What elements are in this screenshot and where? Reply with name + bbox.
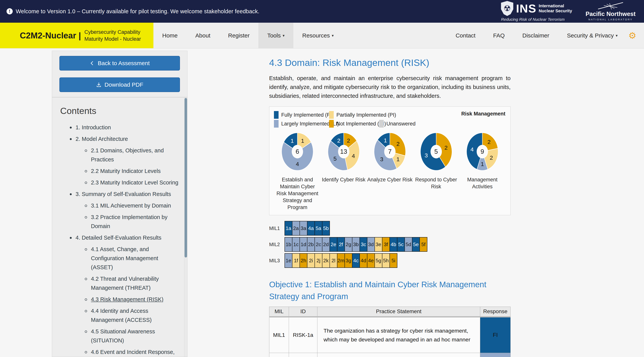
back-to-assessment-button[interactable]: Back to Assessment: [60, 56, 180, 70]
mil-cell-5g[interactable]: 5g: [374, 253, 382, 268]
mil-cell-4c[interactable]: 4c: [352, 253, 360, 268]
mil-cell-3f[interactable]: 3f: [382, 237, 390, 252]
main-header: C2M2-Nuclear | Cybersecurity Capability …: [0, 23, 644, 48]
contents-item-4-5-situational-awareness-sit[interactable]: 4.5 Situational Awareness (SITUATION): [52, 327, 185, 345]
nav-item-contact[interactable]: Contact: [447, 23, 484, 48]
mil-cell-3a[interactable]: 3a: [300, 221, 308, 236]
contents-item-4-3-risk-management-risk[interactable]: 4.3 Risk Management (RISK): [52, 295, 185, 304]
donut-segment-value-fi: 1: [384, 137, 387, 144]
contents-scrollbar[interactable]: [184, 97, 187, 357]
nav-item-faq[interactable]: FAQ: [484, 23, 514, 48]
mil-cell-5f[interactable]: 5f: [420, 237, 427, 252]
donut-total: 9: [480, 148, 484, 155]
nav-item-about[interactable]: About: [186, 23, 219, 48]
contents-item-4-4-identity-and-access-manage[interactable]: 4.4 Identity and Access Management (ACCE…: [52, 307, 185, 325]
mil-cell-5a[interactable]: 5a: [314, 221, 322, 236]
donut-segment-value-li: 4: [296, 161, 299, 167]
mil-cell-2k[interactable]: 2k: [322, 253, 330, 268]
mil-cell-4e[interactable]: 4e: [367, 253, 375, 268]
nav-item-label: Resources: [302, 32, 330, 39]
mil-cell-5e[interactable]: 5e: [412, 237, 420, 252]
contents-item-2-2-maturity-indicator-levels[interactable]: 2.2 Maturity Indicator Levels: [52, 167, 185, 176]
mil-cell-2e[interactable]: 2e: [330, 237, 338, 252]
nav-item-resources[interactable]: Resources▾: [293, 23, 342, 48]
contents-item-2-model-architecture[interactable]: 2. Model Architecture: [52, 134, 187, 144]
mil-row-mil3: MIL31e1f2h2i2j2k2l2m3g4c4d4e5g5h5i: [269, 253, 510, 268]
mil-cell-3g[interactable]: 3g: [344, 253, 352, 268]
ins-logo: ☢ INS International Nuclear Security Red…: [501, 1, 572, 22]
mil-cell-2c[interactable]: 2c: [314, 237, 322, 252]
mil-cell-2g[interactable]: 2g: [344, 237, 352, 252]
top-banner: ! Welcome to Version 1.0 – Currently ava…: [0, 0, 644, 23]
contents-item-3-1-mil-achievement-by-domain[interactable]: 3.1 MIL Achievement by Domain: [52, 201, 185, 210]
contents-item-2-1-domains-objectives-and-p[interactable]: 2.1 Domains, Objectives, and Practices: [52, 146, 185, 164]
donut-svg-area: 22149: [466, 133, 498, 170]
mil-row-label: MIL3: [269, 258, 284, 263]
mil-cell-3e[interactable]: 3e: [374, 237, 382, 252]
contents-item-4-1-asset-change-and-configu[interactable]: 4.1 Asset, Change, and Configuration Man…: [52, 245, 185, 272]
mil-cell-5b[interactable]: 5b: [322, 221, 330, 236]
mil-cell-5c[interactable]: 5c: [397, 237, 405, 252]
donut-segment-value-fi: 2: [337, 137, 340, 144]
nav-item-home[interactable]: Home: [154, 23, 186, 48]
mil-cell-1a[interactable]: 1a: [284, 221, 292, 236]
mil-cell-2f[interactable]: 2f: [337, 237, 345, 252]
cell-response-fi[interactable]: FI: [480, 317, 510, 353]
contents-scrollbar-thumb[interactable]: [184, 98, 187, 258]
contents-item-3-2-practice-implementation-by[interactable]: 3.2 Practice Implementation by Domain: [52, 213, 185, 231]
col-header-practice-statement: Practice Statement: [318, 307, 480, 317]
nav-item-label: Disclaimer: [522, 32, 549, 39]
donut-caption: Analyze Cyber Risk: [367, 176, 412, 183]
donut-total: 6: [296, 148, 299, 155]
mil-cell-2m[interactable]: 2m: [337, 253, 345, 268]
mil-cell-3b[interactable]: 3b: [352, 237, 360, 252]
cell-response-li[interactable]: LI: [480, 353, 510, 357]
donut-caption: Identify Cyber Risk: [322, 176, 366, 183]
nav-item-tools[interactable]: Tools▾: [258, 23, 293, 48]
mil-cell-5d[interactable]: 5d: [404, 237, 412, 252]
objective-heading: Objective 1: Establish and Maintain Cybe…: [269, 279, 488, 303]
mil-cell-5i[interactable]: 5i: [390, 253, 397, 268]
mil-cell-1c[interactable]: 1c: [292, 237, 300, 252]
mil-cell-3d[interactable]: 3d: [367, 237, 375, 252]
ins-abbr: INS: [516, 2, 536, 15]
nav-item-security-privacy[interactable]: Security & Privacy▾: [558, 23, 626, 48]
ins-shield-icon: ☢: [501, 1, 513, 16]
mil-cell-1b[interactable]: 1b: [284, 237, 292, 252]
brand-block[interactable]: C2M2-Nuclear | Cybersecurity Capability …: [0, 23, 154, 48]
mil-cell-2j[interactable]: 2j: [314, 253, 322, 268]
mil-cell-2d[interactable]: 2d: [322, 237, 330, 252]
mil-row-label: MIL2: [269, 242, 284, 247]
donut-segment-value-li: 1: [481, 161, 484, 167]
mil-cell-3c[interactable]: 3c: [360, 237, 367, 252]
contents-item-4-6-event-and-incident-respons[interactable]: 4.6 Event and Incident Response, Continu…: [52, 348, 185, 357]
cell-id: RISK-1b: [289, 353, 318, 357]
mil-cell-5h[interactable]: 5h: [382, 253, 390, 268]
brand-subtitle-line2: Maturity Model - Nuclear: [84, 35, 141, 42]
mil-cell-2a[interactable]: 2a: [292, 221, 300, 236]
mil-cells: 1a2a3a4a5a5b: [284, 221, 330, 236]
mil-cell-1d[interactable]: 1d: [300, 237, 308, 252]
contents-item-4-2-threat-and-vulnerability-m[interactable]: 4.2 Threat and Vulnerability Management …: [52, 274, 185, 293]
nav-item-label: About: [195, 32, 210, 39]
nav-item-register[interactable]: Register: [219, 23, 258, 48]
contents-item-2-3-maturity-indicator-level-s[interactable]: 2.3 Maturity Indicator Level Scoring: [52, 178, 185, 187]
mil-cell-2l[interactable]: 2l: [330, 253, 338, 268]
nav-item-disclaimer[interactable]: Disclaimer: [514, 23, 558, 48]
mil-cell-2h[interactable]: 2h: [300, 253, 308, 268]
download-icon: [96, 82, 102, 88]
mil-cell-4b[interactable]: 4b: [390, 237, 397, 252]
brand-subtitle-line1: Cybersecurity Capability: [84, 29, 141, 35]
settings-gear-icon[interactable]: ⚙: [626, 23, 644, 48]
mil-cell-2i[interactable]: 2i: [307, 253, 315, 268]
brand-title: C2M2-Nuclear |: [20, 31, 81, 40]
mil-cell-1f[interactable]: 1f: [292, 253, 300, 268]
contents-item-4-detailed-self-evaluation-re[interactable]: 4. Detailed Self-Evaluation Results: [52, 233, 187, 242]
contents-item-1-introduction[interactable]: 1. Introduction: [52, 123, 187, 132]
mil-cell-1e[interactable]: 1e: [284, 253, 292, 268]
mil-cell-4a[interactable]: 4a: [307, 221, 315, 236]
contents-item-3-summary-of-self-evaluation[interactable]: 3. Summary of Self-Evaluation Results: [52, 190, 187, 199]
mil-cell-4d[interactable]: 4d: [360, 253, 367, 268]
download-pdf-button[interactable]: Download PDF: [60, 77, 180, 92]
mil-cell-2b[interactable]: 2b: [307, 237, 315, 252]
